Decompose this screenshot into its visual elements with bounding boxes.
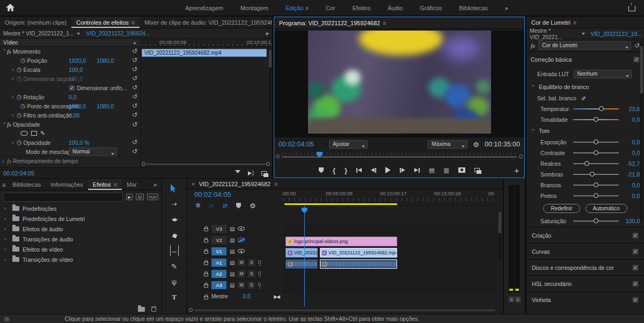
lane-v2[interactable]: fxlogo-principal-videos.png — [283, 236, 496, 247]
value[interactable]: 0,00 — [69, 112, 79, 119]
blacks-slider[interactable] — [573, 195, 619, 196]
solo-button[interactable]: S — [248, 270, 255, 277]
sync-lock-icon[interactable]: ▤ — [230, 271, 235, 277]
workspace-tab-audio[interactable]: Áudio — [380, 5, 410, 11]
section-checkbox[interactable] — [632, 281, 639, 287]
mute-button[interactable]: M — [238, 282, 245, 289]
program-tab[interactable]: Programa: VID_20221122_195924682 — [274, 17, 391, 28]
track-target-v3[interactable]: V3 — [211, 225, 226, 233]
lane-a1[interactable]: fx fx — [283, 259, 496, 270]
video-preview-area[interactable] — [274, 31, 524, 137]
workspace-tab-montagem[interactable]: Montagem — [233, 5, 276, 11]
lane-v1[interactable]: fxVID_20221 fxVID_20221122_195924682.mp4 — [283, 247, 496, 259]
ec-mini-ruler[interactable]: 00:05:00:08 00:10:00:1 — [141, 39, 272, 47]
value-y[interactable]: 1080,0 — [97, 103, 114, 109]
track-target-v1[interactable]: V1 — [211, 247, 226, 255]
chevron-right-icon[interactable]: › — [4, 205, 9, 211]
slider-value[interactable]: -21,8 — [623, 171, 640, 178]
zoom-handle[interactable] — [189, 308, 193, 312]
meter-solo-right[interactable]: S — [515, 297, 521, 302]
mark-in-icon[interactable]: { — [333, 166, 335, 174]
eyedropper-icon[interactable] — [581, 95, 586, 102]
highlights-slider[interactable] — [573, 163, 619, 164]
sync-lock-icon[interactable]: ▤ — [230, 226, 235, 232]
playback-resolution-dropdown[interactable]: Máxima — [428, 140, 467, 149]
reset-button[interactable]: Redefinir — [543, 204, 580, 213]
tab-controles-de-efeitos[interactable]: Controles de efeitos — [71, 17, 140, 28]
stopwatch-icon[interactable] — [17, 93, 22, 100]
chevron-right-icon[interactable]: › — [4, 226, 9, 232]
exposure-slider[interactable] — [573, 142, 619, 143]
ec-video-section[interactable]: Vídeo ▲ — [0, 39, 140, 47]
track-select-tool[interactable]: ⇢ — [169, 199, 180, 209]
workspace-tab-aprendizagem[interactable]: Aprendizagem — [178, 5, 231, 11]
section-checkbox[interactable] — [632, 297, 639, 303]
tree-item-efeitos-video[interactable]: ›Efeitos de vídeo — [0, 244, 162, 254]
clip-video-b-selected[interactable]: fxVID_20221122_195924682.mp4 — [320, 248, 397, 258]
ripple-edit-tool[interactable]: ◀▶ — [169, 214, 180, 225]
slider-handle[interactable] — [584, 161, 589, 166]
clip-audio-b-selected[interactable]: fx — [320, 259, 397, 269]
program-timecode[interactable]: 00:02:04:05 — [279, 141, 314, 148]
section-hsl[interactable]: HSL secundário — [526, 275, 644, 291]
search-input[interactable] — [3, 193, 123, 202]
white-balance-header[interactable]: Equilíbrio de branco — [539, 84, 589, 90]
export-frame-icon[interactable] — [458, 167, 465, 173]
ec-master-tab[interactable]: Mestre * VID_20221122_1... — [0, 30, 83, 36]
ec-row-remapeamento[interactable]: › fx Remapeamento de tempo — [0, 156, 140, 165]
slider-value[interactable]: 23,6 — [623, 106, 640, 112]
track-target-v2[interactable]: V2 — [211, 236, 226, 244]
lut-dropdown[interactable]: Nenhum — [574, 70, 632, 78]
tree-item-transicoes-video[interactable]: ›Transições de vídeo — [0, 254, 162, 265]
lane-a3[interactable] — [283, 281, 496, 292]
tab-informacoes[interactable]: Informações — [46, 179, 88, 190]
value-x[interactable]: 1920,0 — [69, 103, 86, 109]
play-around-icon[interactable]: ) — [248, 170, 254, 176]
lumetri-clip-tab[interactable]: VID_20221122_19... — [588, 31, 644, 37]
whites-slider[interactable] — [573, 185, 619, 186]
delete-icon[interactable] — [151, 306, 156, 312]
workspace-tab-graficos[interactable]: Gráficos — [413, 5, 450, 11]
tab-overflow-icon[interactable]: » — [149, 179, 162, 190]
ec-row-movimento[interactable]: › fx Movimento — [0, 47, 140, 56]
value-x[interactable]: 1920,0 — [69, 57, 86, 64]
panel-menu-icon[interactable] — [114, 181, 117, 188]
reset-icon[interactable] — [634, 42, 640, 49]
reset-icon[interactable] — [132, 93, 137, 100]
chevron-right-icon[interactable]: › — [12, 140, 17, 145]
new-bin-icon[interactable] — [138, 307, 145, 312]
tab-efeitos[interactable]: Efeitos — [88, 179, 122, 190]
track-target-a2[interactable]: A2 — [211, 270, 226, 278]
track-target-a1[interactable]: A1 — [211, 259, 226, 267]
panel-menu-icon[interactable] — [274, 181, 277, 187]
snap-icon[interactable]: ∩ — [209, 202, 214, 209]
linked-selection-icon[interactable]: ⇄ — [223, 202, 228, 209]
reset-icon[interactable] — [132, 84, 137, 91]
program-scrubber[interactable] — [274, 151, 524, 162]
tree-item-efeitos-audio[interactable]: ›Efeitos de áudio — [0, 224, 162, 234]
master-keyframe-icon[interactable]: ▶◀ — [274, 294, 283, 299]
lock-icon[interactable] — [204, 284, 208, 288]
panel-menu-icon[interactable] — [131, 19, 135, 26]
lumetri-tab[interactable]: Cor de Lumetri — [526, 17, 581, 28]
scrub-start-dot[interactable] — [276, 155, 280, 158]
step-forward-icon[interactable] — [400, 168, 405, 173]
workspace-menu-icon[interactable] — [305, 5, 309, 11]
hand-tool[interactable]: ψ — [169, 276, 180, 287]
timeline-timecode[interactable]: 00:02:04:05 — [187, 189, 283, 199]
slip-tool[interactable]: ↔ — [170, 245, 179, 256]
lumetri-scrollbar[interactable] — [640, 43, 643, 221]
basic-correction-header[interactable]: Correção básica — [531, 56, 572, 63]
ellipse-mask-icon[interactable] — [20, 131, 28, 136]
toggle-output-off-icon[interactable] — [238, 238, 245, 242]
value-y[interactable]: 1080,0 — [97, 57, 114, 64]
collapse-up-icon[interactable]: ▲ — [133, 40, 137, 45]
stopwatch-icon[interactable] — [20, 102, 26, 109]
chevron-right-icon[interactable]: › — [4, 216, 9, 222]
chevron-right-icon[interactable]: › — [2, 158, 7, 164]
section-checkbox[interactable] — [632, 265, 639, 271]
pen-tool[interactable]: ✎ — [169, 261, 180, 271]
lumetri-effect-dropdown[interactable]: Cor de Lumetri — [538, 41, 631, 50]
mute-button[interactable]: M — [238, 270, 245, 277]
chevron-right-icon[interactable]: › — [4, 256, 9, 262]
